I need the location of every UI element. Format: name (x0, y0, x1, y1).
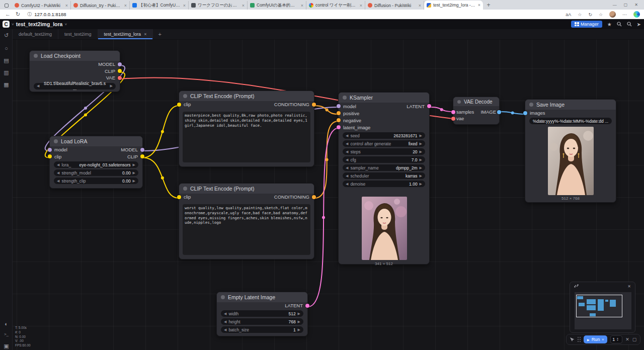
chevron-down-icon[interactable]: ˅ (12, 22, 14, 27)
tab-close-icon[interactable]: × (183, 3, 186, 8)
arrow-right-icon[interactable]: ▶ (298, 320, 300, 324)
image-slot[interactable] (523, 111, 527, 115)
more-menu-icon[interactable]: ⋯ (622, 12, 627, 17)
comfyui-logo[interactable]: C (3, 21, 10, 28)
collapse-dot-icon[interactable] (54, 139, 58, 143)
filename-prefix-widget[interactable]: %date:yyyy%-%date:MM%-%date:dd ... (529, 118, 612, 124)
browser-tab[interactable]: 【初心者】ComfyUIの基本の使い方 × (130, 1, 189, 10)
browser-tab-active[interactable]: test_text2img_lora - ComfyUI × (424, 1, 483, 10)
node-header[interactable]: KSampler (339, 93, 429, 103)
edge-logo-icon[interactable] (633, 11, 640, 18)
sampler-name-widget[interactable]: ◀ sampler_name dpmpp_2m ▶ (343, 164, 425, 171)
model-slot[interactable] (118, 62, 122, 66)
arrow-right-icon[interactable]: ▶ (298, 328, 300, 332)
steps-widget[interactable]: ◀ steps 20 ▶ (343, 148, 425, 155)
star-icon[interactable]: ★ (607, 22, 612, 27)
node-header[interactable]: VAE Decode (453, 97, 499, 106)
arrow-left-icon[interactable]: ◀ (346, 166, 348, 170)
profile-avatar[interactable] (609, 11, 616, 18)
queue-filter-icon[interactable] (570, 337, 575, 342)
tab-close-icon[interactable]: × (65, 3, 68, 8)
collapse-dot-icon[interactable] (34, 54, 38, 58)
latent-slot[interactable] (427, 104, 431, 108)
clip-slot[interactable] (48, 154, 52, 158)
model-slot[interactable] (337, 104, 341, 108)
terminal-icon[interactable]: >_ (0, 332, 13, 336)
collapse-dot-icon[interactable] (343, 96, 347, 100)
arrow-left-icon[interactable]: ◀ (346, 134, 348, 138)
collapse-dot-icon[interactable] (183, 187, 187, 191)
browser-tab[interactable]: ComfyUIの基本的な使い方（便... × (248, 1, 306, 10)
arrow-right-icon[interactable]: ▶ (133, 179, 135, 183)
browser-tab[interactable]: Diffusion_try - PukiWiki × (71, 1, 130, 10)
arrow-right-icon[interactable]: ▶ (420, 182, 422, 186)
tab-close-icon[interactable]: × (478, 3, 480, 8)
back-button[interactable]: ← (5, 11, 11, 17)
latent-slot[interactable] (337, 125, 341, 129)
chevron-down-icon[interactable]: ˅ (64, 22, 67, 27)
control-after-generate-widget[interactable]: ◀ control after generate fixed ▶ (343, 140, 425, 147)
window-maximize-button[interactable]: ▢ (624, 3, 628, 7)
logs-icon[interactable]: ▣ (0, 343, 13, 349)
node-header[interactable]: Save Image (525, 100, 616, 110)
decrement-icon[interactable]: ▼ (616, 339, 618, 341)
strength-model-widget[interactable]: ◀ strength_model 0.00 ▶ (54, 169, 138, 176)
conditioning-slot[interactable] (337, 111, 341, 115)
manager-button[interactable]: Manager (571, 21, 602, 28)
queue-panel-icon[interactable]: ▢ (632, 337, 637, 342)
clip-slot[interactable] (177, 195, 181, 199)
window-close-button[interactable]: ✕ (634, 3, 638, 7)
tab-close-icon[interactable]: × (360, 3, 362, 8)
width-widget[interactable]: ◀ width 512 ▶ (221, 310, 303, 317)
arrow-left-icon[interactable]: ◀ (224, 312, 226, 316)
arrow-left-icon[interactable]: ◀ (346, 174, 348, 178)
arrow-right-icon[interactable]: ▶ (420, 174, 422, 178)
lora-name-combo[interactable]: ◀ lora_ eye-nolight_03.safetensors ▶ (54, 161, 138, 168)
clear-queue-icon[interactable]: ✕ (625, 337, 629, 342)
clip-slot[interactable] (177, 103, 181, 107)
arrow-left-icon[interactable]: ◀ (57, 179, 59, 183)
tab-close-icon[interactable]: × (419, 3, 421, 8)
node-library-icon[interactable]: ▤ (0, 57, 13, 64)
favorites-bar-icon[interactable]: ☆ (599, 12, 603, 17)
refresh-button[interactable]: ↻ (16, 11, 20, 18)
scheduler-widget[interactable]: ◀ scheduler karras ▶ (343, 172, 425, 179)
arrow-right-icon[interactable]: ▶ (298, 312, 300, 316)
arrow-right-icon[interactable]: ▶ (133, 163, 135, 167)
browser-tab[interactable]: control ワイヤー削除 - Google 検索 × (306, 1, 365, 10)
node-load-lora[interactable]: Load LoRA model MODEL clip CLIP ◀ lora_ … (49, 136, 143, 189)
search-icon[interactable] (617, 22, 622, 27)
latent-slot[interactable] (305, 304, 309, 308)
minimap-close-icon[interactable]: ✕ (627, 284, 631, 289)
browser-tab[interactable]: Diffusion - PukiWiki × (365, 1, 424, 10)
workflow-tab[interactable]: default_text2img (13, 29, 58, 39)
image-slot[interactable] (497, 110, 501, 114)
reader-mode-icon[interactable]: aA (566, 12, 571, 17)
strength-clip-widget[interactable]: ◀ strength_clip 0.00 ▶ (54, 178, 138, 184)
arrow-left-icon[interactable]: ◀ (224, 320, 226, 324)
arrow-left-icon[interactable]: ◀ (57, 171, 59, 175)
search-icon[interactable] (627, 22, 632, 27)
negative-prompt-text[interactable]: worst quality,low quality,painting,sketc… (183, 204, 310, 255)
node-ksampler[interactable]: KSampler model LATENT positive negative … (338, 92, 430, 265)
arrow-left-icon[interactable]: ◀ (346, 142, 348, 146)
new-tab-button[interactable]: + (485, 1, 493, 9)
node-header[interactable]: CLIP Text Encode (Prompt) (179, 184, 314, 194)
arrow-left-icon[interactable]: ◀ (224, 328, 226, 332)
model-slot[interactable] (48, 148, 52, 152)
node-load-checkpoint[interactable]: Load Checkpoint MODEL CLIP VAE ◀ SD1.5\b… (29, 50, 120, 92)
drag-handle-icon[interactable] (578, 337, 581, 342)
queue-icon[interactable]: ○ (0, 45, 13, 51)
batch-size-widget[interactable]: ◀ batch_size 1 ▶ (221, 326, 303, 333)
new-workflow-button[interactable]: + (153, 29, 166, 39)
node-header[interactable]: Empty Latent Image (217, 292, 307, 302)
node-clip-encode-negative[interactable]: CLIP Text Encode (Prompt) clip CONDITION… (179, 183, 314, 259)
tab-close-icon[interactable]: × (301, 3, 303, 8)
arrow-left-icon[interactable]: ◀ (346, 158, 348, 162)
window-minimize-button[interactable]: — (613, 3, 617, 7)
collapse-dot-icon[interactable] (457, 100, 461, 104)
ckpt-name-combo[interactable]: ◀ SD1.5\beautifulRealistic_brav5.s ... ▶ (34, 83, 116, 90)
node-empty-latent[interactable]: Empty Latent Image LATENT ◀ width 512 ▶ … (216, 292, 308, 336)
model-slot[interactable] (140, 148, 144, 152)
tab-close-icon[interactable]: × (124, 3, 127, 8)
